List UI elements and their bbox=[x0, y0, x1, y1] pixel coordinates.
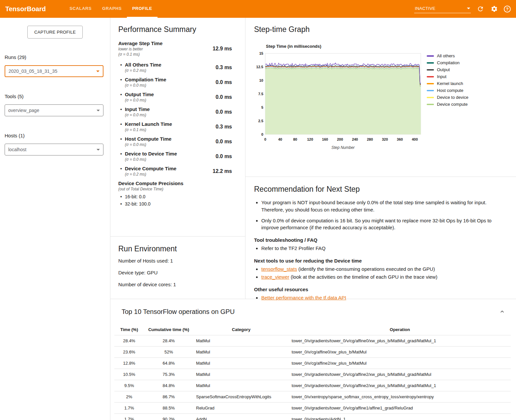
step-time-chart-wrap: Step Time (in milliseconds) 02.557.51012… bbox=[254, 44, 516, 152]
legend-swatch bbox=[427, 76, 434, 77]
tensorflow-stats-link[interactable]: tensorflow_stats bbox=[261, 266, 297, 272]
legend-label: Device to device bbox=[437, 95, 468, 100]
top-ops-section: Top 10 TensorFlow operations on GPU Time… bbox=[110, 299, 516, 420]
legend-item: Host compute bbox=[427, 87, 468, 94]
metric-label: Host Compute Time bbox=[125, 136, 171, 142]
step-time-chart-block: Step Time (in milliseconds) 02.557.51012… bbox=[254, 44, 423, 152]
tools-dropdown[interactable]: overview_page bbox=[5, 104, 103, 116]
capture-profile-button[interactable]: CAPTURE PROFILE bbox=[27, 26, 83, 39]
metric-row: •Device Compute Time(σ = 0.2 ms)12.2 ms bbox=[118, 166, 232, 177]
cumulative-pct-cell: 52% bbox=[144, 347, 193, 358]
next-tools-list: tensorflow_stats (identify the time-cons… bbox=[254, 265, 504, 281]
col-category: Category bbox=[193, 324, 289, 335]
sidebar: CAPTURE PROFILE Runs (29) 2020_03_05_18_… bbox=[0, 18, 110, 420]
metric-sigma: (σ = 0.0 ms) bbox=[125, 83, 166, 88]
col-cumulative-pct: Cumulative time (%) bbox=[144, 324, 193, 335]
refresh-button[interactable] bbox=[476, 5, 485, 13]
settings-button[interactable] bbox=[490, 5, 499, 13]
svg-text:240: 240 bbox=[352, 137, 358, 141]
recommendation-title: Recommendation for Next Step bbox=[254, 185, 504, 194]
average-step-time-row: Average Step Time lower is better (σ = 0… bbox=[118, 41, 232, 57]
run-environment-title: Run Environment bbox=[118, 244, 237, 253]
metric-value: 0.0 ms bbox=[215, 79, 232, 85]
next-tool-item: tensorflow_stats (identify the time-cons… bbox=[261, 265, 504, 273]
app-toolbar: TensorBoard SCALARS GRAPHS PROFILE INACT… bbox=[0, 0, 516, 18]
metric-label: Kernel Launch Time bbox=[125, 121, 172, 127]
next-tool-item: trace_viewer (look at the activities on … bbox=[261, 273, 504, 281]
device-compute-precisions: Device Compute Precisions (out of Total … bbox=[118, 181, 232, 207]
top-ops-header: Top 10 TensorFlow operations on GPU bbox=[114, 307, 511, 316]
main-content: Performance Summary Average Step Time lo… bbox=[110, 18, 516, 420]
metric-row: •Kernel Launch Time(σ = 0.1 ms)0.3 ms bbox=[118, 121, 232, 132]
ops-table-row: 12.8%64.8%MatMultower_0/v/cg/affine2/xw_… bbox=[114, 358, 511, 369]
metric-value: 0.0 ms bbox=[215, 109, 232, 115]
bullet-dot: • bbox=[120, 151, 122, 162]
metric-value: 0.3 ms bbox=[215, 124, 232, 130]
cumulative-pct-cell: 75.3% bbox=[144, 369, 193, 380]
help-button[interactable]: ? bbox=[504, 6, 511, 13]
svg-text:40: 40 bbox=[278, 137, 282, 141]
run-environment-section: Run Environment Number of Hosts used: 1D… bbox=[110, 237, 245, 301]
faq-list: Refer to the TF2 Profiler FAQ bbox=[254, 244, 504, 252]
step-time-graph-title: Step-time Graph bbox=[254, 25, 516, 34]
ops-table-row: 2%86.7%SparseSoftmaxCrossEntropyWithLogi… bbox=[114, 391, 511, 403]
cumulative-pct-cell: 88.5% bbox=[144, 403, 193, 414]
ops-table-header-row: Time (%) Cumulative time (%) Category Op… bbox=[114, 324, 511, 335]
metric-sigma: (σ = 0.2 ms) bbox=[125, 68, 161, 73]
tab-scalars[interactable]: SCALARS bbox=[64, 0, 97, 18]
metric-value: 0.0 ms bbox=[215, 94, 232, 100]
collapse-button[interactable] bbox=[498, 307, 507, 316]
run-environment-lines: Number of Hosts used: 1Device type: GPUN… bbox=[118, 258, 237, 287]
step-time-graph-section: Step-time Graph Step Time (in millisecon… bbox=[245, 18, 516, 177]
bullet-dot: • bbox=[120, 166, 122, 177]
runs-dropdown[interactable]: 2020_03_05_18_31_35 bbox=[5, 65, 103, 77]
legend-swatch bbox=[427, 55, 434, 57]
performance-summary-title: Performance Summary bbox=[118, 25, 232, 34]
recommendation-bullets: Your program is NOT input-bound because … bbox=[254, 199, 504, 231]
trace-viewer-link[interactable]: trace_viewer bbox=[261, 274, 289, 280]
legend-label: Input bbox=[437, 74, 446, 79]
env-line: Number of Hosts used: 1 bbox=[118, 258, 237, 264]
svg-text:7.5: 7.5 bbox=[258, 92, 263, 96]
col-operation: Operation bbox=[289, 324, 511, 335]
status-dropdown[interactable]: INACTIVE bbox=[414, 5, 471, 13]
time-pct-cell: 2% bbox=[114, 391, 144, 403]
category-cell: ReluGrad bbox=[193, 403, 289, 414]
category-cell: MatMul bbox=[193, 347, 289, 358]
env-line: Number of device cores: 1 bbox=[118, 282, 237, 287]
category-cell: MatMul bbox=[193, 358, 289, 369]
category-cell: MatMul bbox=[193, 335, 289, 347]
next-tool-desc: (identify the time-consuming operations … bbox=[297, 266, 435, 272]
operation-cell: tower_0/v/gradients/tower_0/v/cg/affine0… bbox=[289, 335, 511, 347]
nav-tabs: SCALARS GRAPHS PROFILE bbox=[64, 0, 158, 18]
performance-summary-section: Performance Summary Average Step Time lo… bbox=[110, 18, 245, 237]
chevron-down-icon bbox=[97, 149, 100, 151]
tab-graphs[interactable]: GRAPHS bbox=[97, 0, 127, 18]
category-cell: MatMul bbox=[193, 380, 289, 391]
operation-cell: tower_0/v/cg/affine2/xw_plus_b/MatMul bbox=[289, 358, 511, 369]
hosts-label: Hosts (1) bbox=[5, 133, 103, 138]
cumulative-pct-cell: 64.8% bbox=[144, 358, 193, 369]
cumulative-pct-cell: 84.8% bbox=[144, 380, 193, 391]
step-time-chart-svg: 02.557.51012.515040801201602002402803203… bbox=[254, 51, 423, 151]
metric-value: 12.2 ms bbox=[213, 168, 232, 174]
average-step-time-value: 12.9 ms bbox=[213, 46, 232, 52]
recommendation-bullet: Your program is NOT input-bound because … bbox=[261, 199, 504, 213]
legend-swatch bbox=[427, 83, 434, 84]
bullet-dot: • bbox=[120, 121, 122, 132]
ops-table-row: 9.5%84.8%MatMultower_0/v/gradients/tower… bbox=[114, 380, 511, 391]
hosts-dropdown-value: localhost bbox=[8, 147, 26, 152]
operation-cell: tower_0/v/gradients/tower_0/v/cg/affine2… bbox=[289, 380, 511, 391]
metric-sigma: (σ = 0.0 ms) bbox=[125, 157, 177, 162]
hosts-dropdown[interactable]: localhost bbox=[5, 144, 103, 155]
bullet-dot: • bbox=[120, 62, 122, 73]
time-pct-cell: 12.8% bbox=[114, 358, 144, 369]
category-cell: AddN bbox=[193, 414, 289, 420]
chevron-up-icon bbox=[499, 308, 505, 315]
legend-item: All others bbox=[427, 52, 468, 59]
runs-dropdown-value: 2020_03_05_18_31_35 bbox=[9, 69, 57, 74]
tensorboard-logo: TensorBoard bbox=[5, 0, 46, 18]
overview-right-column: Step-time Graph Step Time (in millisecon… bbox=[245, 18, 516, 299]
chevron-down-icon bbox=[467, 8, 470, 9]
tab-profile[interactable]: PROFILE bbox=[127, 0, 158, 18]
